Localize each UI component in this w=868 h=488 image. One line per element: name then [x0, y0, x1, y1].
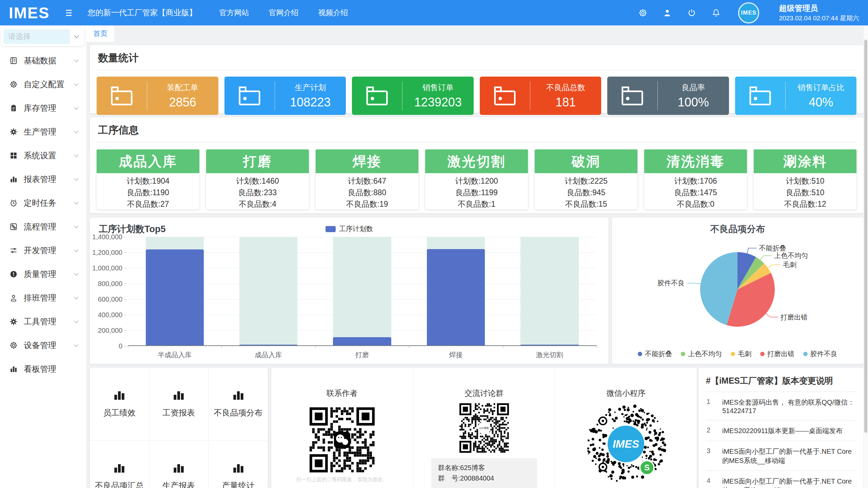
- sidebar-item-1[interactable]: 基础数据: [0, 49, 86, 73]
- tab-home[interactable]: 首页: [86, 25, 114, 42]
- bar-chart-icon: [114, 390, 125, 402]
- process-good: 良品数:1199: [425, 187, 528, 198]
- bar-chart-icon: [9, 365, 18, 373]
- menu-search-select[interactable]: 请选择: [1, 27, 84, 46]
- chevron-down-icon: [74, 320, 79, 323]
- gear-solid-icon: [9, 318, 18, 326]
- sidebar-item-13[interactable]: 设备管理: [0, 333, 86, 357]
- sidebar: 请选择 基础数据自定义配置库存管理生产管理系统设置报表管理定时任务流程管理开发管…: [0, 25, 86, 488]
- group-number: 群 号:200884004: [438, 473, 530, 484]
- process-good: 良品数:510: [754, 187, 856, 198]
- bell-icon[interactable]: [712, 8, 721, 17]
- scrollbar-thumb[interactable]: [864, 40, 867, 433]
- qr-column-miniprogram: 微信小程序 IMESS: [555, 368, 697, 488]
- folder-icon: [607, 77, 657, 115]
- folder-icon: [480, 77, 530, 115]
- app-logo: IMES: [9, 4, 50, 22]
- y-tick-label: 200,000: [98, 327, 122, 334]
- changelog-text: iMES面向小型工厂的新一代基于.NET Core的MES系统__移动端: [722, 447, 855, 465]
- sidebar-item-10[interactable]: 质量管理: [0, 262, 86, 286]
- flow-icon: [9, 223, 18, 231]
- report-shortcut-5[interactable]: 生产报表: [149, 441, 209, 488]
- sidebar-item-14[interactable]: 看板管理: [0, 357, 86, 381]
- folder-icon: [97, 77, 147, 115]
- sidebar-item-11[interactable]: 排班管理: [0, 286, 86, 310]
- process-bad: 不良品数:27: [97, 198, 199, 209]
- sidebar-item-7[interactable]: 定时任务: [0, 191, 86, 215]
- sidebar-item-label: 基础数据: [24, 55, 74, 66]
- nav-link-official-site[interactable]: 官方网站: [219, 8, 249, 18]
- nav-link-site-intro[interactable]: 官网介绍: [269, 8, 298, 18]
- chevron-down-icon: [74, 83, 79, 86]
- x-tick-label: 半成品入库: [128, 350, 221, 360]
- bar-chart-icon: [9, 175, 18, 183]
- pie-legend-item-毛刺[interactable]: 毛刺: [731, 349, 751, 359]
- sidebar-collapse-button[interactable]: [64, 8, 74, 17]
- process-name: 激光切割: [425, 149, 528, 173]
- bar-chart-legend[interactable]: 工序计划数: [326, 224, 373, 233]
- process-name: 涮涂料: [754, 149, 856, 173]
- stat-value: 100%: [678, 95, 709, 109]
- process-card-7: 涮涂料计划数:510良品数:510不良品数:12: [754, 149, 856, 209]
- tab-bar: 首页: [86, 25, 863, 42]
- settings-icon[interactable]: [638, 8, 647, 17]
- report-shortcut-label: 不良品项汇总: [95, 480, 144, 488]
- chevron-down-icon: [74, 107, 79, 110]
- report-shortcut-4[interactable]: 不良品项汇总: [90, 441, 149, 488]
- pie-legend-item-胶件不良[interactable]: 胶件不良: [803, 349, 837, 359]
- sidebar-item-8[interactable]: 流程管理: [0, 215, 86, 239]
- pie-legend-item-上色不均匀[interactable]: 上色不均匀: [681, 349, 722, 359]
- gear-icon: [9, 341, 18, 349]
- process-card-6: 清洗消毒计划数:1706良品数:1475不良品数:0: [644, 149, 747, 209]
- clipboard-icon: [9, 104, 18, 112]
- gear-solid-icon: [9, 128, 18, 136]
- user-info: 超级管理员 2023.02.04 02:07:44 星期六: [765, 3, 859, 22]
- stat-card-5: 良品率100%: [607, 77, 729, 115]
- sidebar-item-label: 工具管理: [24, 316, 74, 327]
- report-shortcut-2[interactable]: 工资报表: [149, 368, 209, 441]
- group-qr-code: 625博客: [450, 403, 518, 453]
- sidebar-item-6[interactable]: 报表管理: [0, 167, 86, 191]
- report-shortcut-1[interactable]: 员工绩效: [90, 368, 149, 441]
- changelog-text: iMES全套源码出售， 有意的联系QQ/微信：514224717: [722, 398, 855, 415]
- process-card-1: 成品入库计划数:1904良品数:1190不良品数:27: [97, 149, 199, 209]
- sidebar-item-2[interactable]: 自定义配置: [0, 73, 86, 96]
- sidebar-item-3[interactable]: 库存管理: [0, 96, 86, 120]
- changelog-card: #【iMES工厂管家】版本变更说明 1iMES全套源码出售， 有意的联系QQ/微…: [698, 368, 863, 488]
- user-icon[interactable]: [663, 8, 672, 17]
- power-icon[interactable]: [687, 8, 696, 17]
- chevron-down-icon: [74, 130, 79, 134]
- pie-legend-item-打磨出错[interactable]: 打磨出错: [760, 349, 794, 359]
- qr-column-contact-author: 联系作者 扫一扫上面的二维码图案，加我为朋友。: [271, 368, 413, 488]
- stat-card-4: 不良品总数181: [480, 77, 601, 115]
- sidebar-item-9[interactable]: 开发管理: [0, 239, 86, 262]
- grid-icon: [9, 151, 18, 160]
- nav-link-video-intro[interactable]: 视频介绍: [318, 8, 348, 18]
- pie-chart-card: 不良品项分布 不能折叠上色不均匀毛刺打磨出错胶件不良 不能折叠上色不均匀毛刺打磨…: [612, 218, 863, 364]
- bar-chart-x-axis: 半成品入库成品入库打磨焊接激光切割: [128, 350, 596, 360]
- stat-card-3: 销售订单1239203: [352, 77, 474, 115]
- sidebar-item-12[interactable]: 工具管理: [0, 310, 86, 333]
- process-good: 良品数:880: [316, 187, 418, 198]
- page-scrollbar: [863, 25, 868, 488]
- avatar[interactable]: IMES: [738, 2, 759, 23]
- sidebar-item-5[interactable]: 系统设置: [0, 144, 86, 167]
- sidebar-item-label: 生产管理: [24, 126, 74, 137]
- menu-search-placeholder: 请选择: [3, 29, 70, 44]
- sidebar-item-label: 开发管理: [24, 245, 74, 256]
- report-shortcuts-grid: 员工绩效工资报表不良品项分布不良品项汇总生产报表产量统计: [90, 368, 268, 488]
- stat-card-1: 装配工单2856: [97, 77, 218, 115]
- bar-chart-icon: [114, 463, 125, 475]
- y-tick-label: 1,200,000: [92, 249, 122, 257]
- folder-icon: [224, 77, 275, 115]
- changelog-text: iMES20220911版本更新——桌面端发布: [722, 426, 843, 435]
- pie-legend-item-不能折叠[interactable]: 不能折叠: [638, 349, 672, 359]
- bar: [520, 345, 578, 345]
- report-shortcut-3[interactable]: 不良品项分布: [209, 368, 268, 441]
- report-shortcut-6[interactable]: 产量统计: [209, 441, 268, 488]
- stat-card-6: 销售订单占比40%: [735, 77, 857, 115]
- sidebar-item-4[interactable]: 生产管理: [0, 120, 86, 144]
- process-bad: 不良品数:0: [644, 198, 747, 209]
- process-good: 良品数:233: [206, 187, 309, 198]
- y-tick-label: 800,000: [98, 280, 122, 288]
